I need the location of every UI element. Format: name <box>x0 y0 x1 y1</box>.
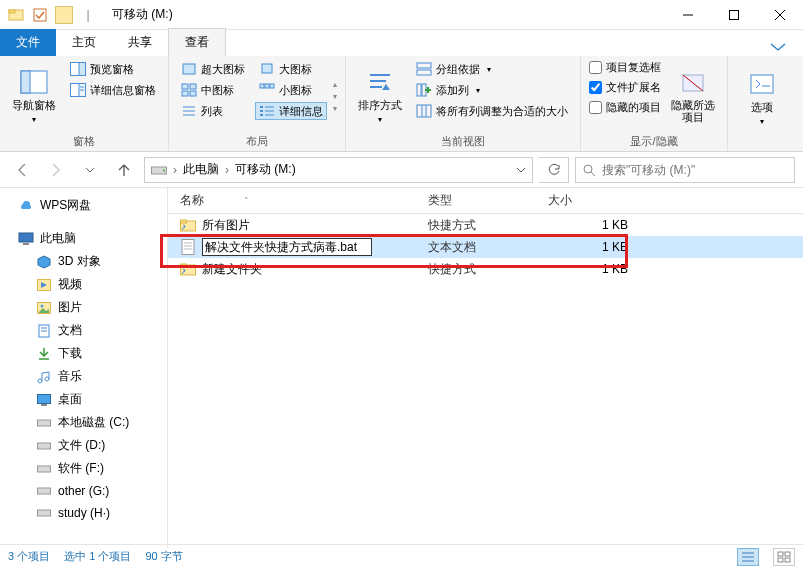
ribbon-group-show-hide: 项目复选框 文件扩展名 隐藏的项目 隐藏所选项目 显示/隐藏 <box>581 56 728 151</box>
col-size[interactable]: 大小 <box>548 192 648 209</box>
add-column-icon <box>416 82 432 98</box>
address-bar[interactable]: › 此电脑 › 可移动 (M:) <box>144 157 533 183</box>
hide-selected-button[interactable]: 隐藏所选项目 <box>667 60 719 132</box>
layout-details[interactable]: 详细信息 <box>255 102 327 120</box>
tree-disk-f[interactable]: 软件 (F:) <box>0 457 167 480</box>
svg-rect-53 <box>19 233 33 242</box>
nav-up-button[interactable] <box>110 156 138 184</box>
column-headers[interactable]: 名称˄ 类型 大小 <box>168 188 803 214</box>
ribbon-help-dropdown[interactable] <box>765 36 791 56</box>
3d-icon <box>36 254 52 270</box>
layout-more[interactable]: ▾ <box>333 104 337 113</box>
chevron-down-icon: ▾ <box>32 115 36 124</box>
large-icon <box>259 61 275 77</box>
fit-columns-button[interactable]: 将所有列调整为合适的大小 <box>412 102 572 120</box>
sort-button[interactable]: 排序方式 ▾ <box>354 60 406 132</box>
tree-3d-objects[interactable]: 3D 对象 <box>0 250 167 273</box>
svg-rect-31 <box>260 114 263 116</box>
tab-share[interactable]: 共享 <box>112 29 168 56</box>
file-row[interactable]: 所有图片快捷方式1 KB <box>168 214 803 236</box>
view-details-button[interactable] <box>737 548 759 566</box>
tab-view[interactable]: 查看 <box>168 28 226 56</box>
maximize-button[interactable] <box>711 0 757 30</box>
nav-pane-button[interactable]: 导航窗格 ▾ <box>8 60 60 132</box>
tree-disk-g[interactable]: other (G:) <box>0 480 167 502</box>
nav-forward-button[interactable] <box>42 156 70 184</box>
close-button[interactable] <box>757 0 803 30</box>
layout-small[interactable]: 小图标 <box>255 81 327 99</box>
tree-this-pc[interactable]: 此电脑 <box>0 227 167 250</box>
checkbox-qat-icon[interactable] <box>30 5 50 25</box>
layout-scroll-down[interactable]: ▾ <box>333 92 337 101</box>
tree-disk-c[interactable]: 本地磁盘 (C:) <box>0 411 167 434</box>
minimize-button[interactable] <box>665 0 711 30</box>
svg-rect-82 <box>778 558 783 562</box>
tree-wps[interactable]: WPS网盘 <box>0 194 167 217</box>
layout-scroll-up[interactable]: ▴ <box>333 80 337 89</box>
nav-tree[interactable]: WPS网盘 此电脑 3D 对象 视频 图片 文档 下载 音乐 桌面 本地磁盘 (… <box>0 188 168 548</box>
svg-rect-23 <box>262 64 272 73</box>
options-button[interactable]: 选项 ▾ <box>736 60 788 135</box>
status-selected: 选中 1 个项目 <box>64 549 131 564</box>
view-thumbnails-button[interactable] <box>773 548 795 566</box>
layout-extra-large[interactable]: 超大图标 <box>177 60 249 78</box>
search-input[interactable] <box>602 163 788 177</box>
file-list-area: 名称˄ 类型 大小 所有图片快捷方式1 KB文本文档1 KB新建文件夹快捷方式1… <box>168 188 803 548</box>
chevron-right-icon[interactable]: › <box>225 163 229 177</box>
tree-pictures[interactable]: 图片 <box>0 296 167 319</box>
layout-medium[interactable]: 中图标 <box>177 81 249 99</box>
refresh-button[interactable] <box>539 157 569 183</box>
details-pane-button[interactable]: 详细信息窗格 <box>66 81 160 99</box>
disk-icon <box>36 438 52 454</box>
tree-music[interactable]: 音乐 <box>0 365 167 388</box>
file-row[interactable]: 文本文档1 KB <box>168 236 803 258</box>
ribbon: 导航窗格 ▾ 预览窗格 详细信息窗格 窗格 超大图标 中图标 列表 大图标 小图… <box>0 56 803 152</box>
add-column-button[interactable]: 添加列▾ <box>412 81 572 99</box>
nav-back-button[interactable] <box>8 156 36 184</box>
tree-videos[interactable]: 视频 <box>0 273 167 296</box>
layout-list[interactable]: 列表 <box>177 102 249 120</box>
search-icon <box>582 163 596 177</box>
file-rows[interactable]: 所有图片快捷方式1 KB文本文档1 KB新建文件夹快捷方式1 KB <box>168 214 803 548</box>
svg-rect-67 <box>38 488 51 494</box>
documents-icon <box>36 323 52 339</box>
rename-input[interactable] <box>202 238 372 256</box>
tree-downloads[interactable]: 下载 <box>0 342 167 365</box>
tree-disk-h[interactable]: study (H·) <box>0 502 167 524</box>
tab-home[interactable]: 主页 <box>56 29 112 56</box>
file-icon <box>180 239 196 255</box>
list-icon <box>181 103 197 119</box>
chevron-right-icon[interactable]: › <box>173 163 177 177</box>
file-type: 快捷方式 <box>428 217 548 234</box>
layout-large[interactable]: 大图标 <box>255 60 327 78</box>
preview-pane-icon <box>70 61 86 77</box>
svg-rect-16 <box>182 84 188 89</box>
pictures-icon <box>36 300 52 316</box>
col-type[interactable]: 类型 <box>428 192 548 209</box>
tree-disk-d[interactable]: 文件 (D:) <box>0 434 167 457</box>
svg-point-57 <box>41 304 44 307</box>
preview-pane-button[interactable]: 预览窗格 <box>66 60 160 78</box>
svg-rect-24 <box>260 84 264 88</box>
file-size: 1 KB <box>548 218 648 232</box>
file-type: 文本文档 <box>428 239 548 256</box>
panes-group-label: 窗格 <box>8 132 160 149</box>
svg-rect-54 <box>23 243 29 245</box>
breadcrumb-drive[interactable]: 可移动 (M:) <box>235 161 296 178</box>
tab-file[interactable]: 文件 <box>0 29 56 56</box>
address-dropdown[interactable] <box>516 165 526 175</box>
col-name[interactable]: 名称˄ <box>168 192 428 209</box>
checkbox-item-checkboxes[interactable]: 项目复选框 <box>589 60 661 75</box>
svg-rect-42 <box>417 105 431 117</box>
group-by-button[interactable]: 分组依据▾ <box>412 60 572 78</box>
svg-rect-8 <box>21 71 30 93</box>
search-box[interactable] <box>575 157 795 183</box>
address-bar-row: › 此电脑 › 可移动 (M:) <box>0 152 803 188</box>
checkbox-file-extensions[interactable]: 文件扩展名 <box>589 80 661 95</box>
nav-recent-button[interactable] <box>76 156 104 184</box>
checkbox-hidden-items[interactable]: 隐藏的项目 <box>589 100 661 115</box>
file-row[interactable]: 新建文件夹快捷方式1 KB <box>168 258 803 280</box>
tree-desktop[interactable]: 桌面 <box>0 388 167 411</box>
breadcrumb-this-pc[interactable]: 此电脑 <box>183 161 219 178</box>
tree-documents[interactable]: 文档 <box>0 319 167 342</box>
